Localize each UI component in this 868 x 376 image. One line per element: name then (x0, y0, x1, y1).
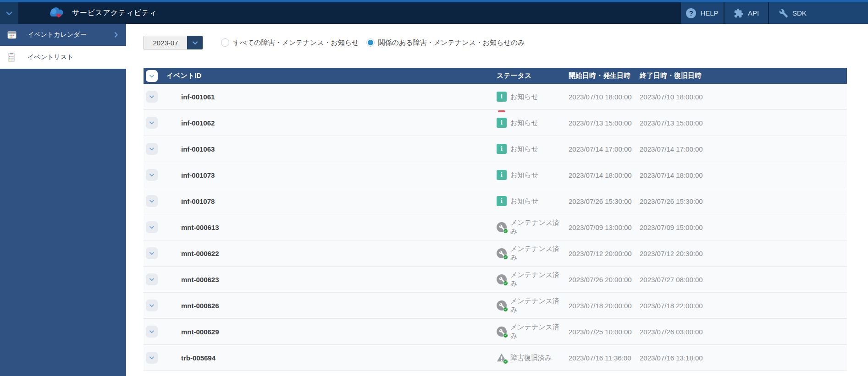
end-datetime: 2023/07/16 13:18:00 (635, 354, 847, 362)
column-header-end: 終了日時・復旧日時 (635, 71, 847, 80)
row-expand-button[interactable] (146, 117, 158, 129)
start-datetime: 2023/07/26 15:30:00 (564, 197, 635, 205)
status-cell: ✓障害復旧済み (492, 353, 564, 363)
status-label: メンテナンス済み (510, 297, 564, 314)
table-row: mnt-000622✓メンテナンス済み2023/07/12 20:00:0020… (144, 240, 847, 267)
row-expand-button[interactable] (146, 300, 158, 311)
status-label: 障害復旧済み (510, 354, 552, 362)
table-header: イベントID ステータス 開始日時・発生日時 終了日時・復旧日時 (144, 68, 847, 84)
service-logo-icon (48, 7, 65, 20)
radio-selected-icon (366, 38, 375, 47)
status-cell: iお知らせ (492, 118, 564, 128)
topnav: ? HELP API SDK (681, 2, 868, 24)
event-id: mnt-000613 (163, 223, 492, 231)
row-expand-button[interactable] (146, 326, 158, 338)
row-expand-button[interactable] (146, 221, 158, 233)
start-datetime: 2023/07/13 15:00:00 (564, 119, 635, 127)
end-datetime: 2023/07/18 22:00:00 (635, 302, 847, 310)
table-row: inf-001073iお知らせ2023/07/14 18:00:002023/0… (144, 162, 847, 188)
help-label: HELP (700, 9, 718, 17)
table-row: mnt-000626✓メンテナンス済み2023/07/18 20:00:0020… (144, 293, 847, 319)
event-id: trb-005694 (163, 354, 492, 362)
end-datetime: 2023/07/14 17:00:00 (635, 145, 847, 153)
row-expand-button[interactable] (146, 143, 158, 155)
event-id: inf-001063 (163, 145, 492, 153)
status-cell: ✓メンテナンス済み (492, 271, 564, 288)
maintenance-check-icon: ✓ (497, 248, 507, 258)
maintenance-check-icon: ✓ (497, 300, 507, 311)
sidebar-item-label: イベントカレンダー (28, 31, 87, 39)
month-select-dropdown-button[interactable] (187, 36, 203, 49)
filter-bar: 2023-07 すべての障害・メンテナンス・お知らせ関係のある障害・メンテナンス… (144, 36, 868, 49)
status-cell: iお知らせ (492, 92, 564, 102)
sidebar-item-event-calendar[interactable]: イベントカレンダー (0, 24, 126, 46)
event-id: inf-001078 (163, 197, 492, 205)
status-label: メンテナンス済み (510, 218, 564, 236)
month-select-value: 2023-07 (144, 36, 187, 49)
table-row: inf-001061iお知らせ2023/07/10 18:00:002023/0… (144, 84, 847, 110)
event-id: mnt-000629 (163, 328, 492, 336)
month-select[interactable]: 2023-07 (144, 36, 203, 49)
chevron-right-icon (112, 31, 120, 38)
info-icon: i (497, 92, 507, 102)
status-label: メンテナンス済み (510, 245, 564, 262)
row-expand-button[interactable] (146, 273, 158, 285)
sidebar-collapse-button[interactable] (0, 2, 18, 24)
new-indicator (498, 110, 505, 112)
row-expand-button[interactable] (146, 247, 158, 259)
scope-radio-1[interactable]: 関係のある障害・メンテナンス・お知らせのみ (366, 38, 525, 47)
sdk-button[interactable]: SDK (769, 2, 868, 24)
start-datetime: 2023/07/26 20:00:00 (564, 276, 635, 283)
status-cell: ✓メンテナンス済み (492, 245, 564, 262)
start-datetime: 2023/07/12 20:00:00 (564, 250, 635, 257)
event-id: mnt-000626 (163, 302, 492, 310)
scope-radio-0[interactable]: すべての障害・メンテナンス・お知らせ (221, 38, 359, 47)
table-row: inf-001063iお知らせ2023/07/14 17:00:002023/0… (144, 136, 847, 162)
status-label: メンテナンス済み (510, 271, 564, 288)
scope-radio-group: すべての障害・メンテナンス・お知らせ関係のある障害・メンテナンス・お知らせのみ (221, 38, 525, 47)
row-expand-button[interactable] (146, 169, 158, 181)
expand-all-button[interactable] (146, 70, 158, 82)
radio-unselected-icon (221, 38, 229, 47)
list-icon (7, 53, 17, 62)
start-datetime: 2023/07/16 11:36:00 (564, 354, 635, 362)
column-header-status: ステータス (492, 71, 564, 80)
row-expand-button[interactable] (146, 91, 158, 103)
status-label: お知らせ (510, 145, 538, 153)
status-cell: iお知らせ (492, 170, 564, 180)
status-cell: iお知らせ (492, 196, 564, 206)
sidebar-item-event-list[interactable]: イベントリスト (0, 46, 126, 69)
help-button[interactable]: ? HELP (681, 2, 724, 24)
start-datetime: 2023/07/14 17:00:00 (564, 145, 635, 153)
end-datetime: 2023/07/26 15:30:00 (635, 197, 847, 205)
puzzle-icon (734, 8, 744, 18)
status-cell: ✓メンテナンス済み (492, 297, 564, 314)
info-icon: i (497, 118, 507, 128)
row-expand-button[interactable] (146, 352, 158, 364)
maintenance-check-icon: ✓ (497, 222, 507, 232)
wrench-icon (779, 9, 788, 18)
event-id: mnt-000622 (163, 250, 492, 257)
info-icon: i (497, 170, 507, 180)
table-row: inf-001062iお知らせ2023/07/13 15:00:002023/0… (144, 110, 847, 136)
maintenance-check-icon: ✓ (497, 274, 507, 284)
info-icon: i (497, 196, 507, 206)
start-datetime: 2023/07/09 13:00:00 (564, 223, 635, 231)
end-datetime: 2023/07/14 18:00:00 (635, 171, 847, 179)
info-icon: i (497, 144, 507, 154)
row-expand-button[interactable] (146, 195, 158, 207)
status-label: お知らせ (510, 93, 538, 101)
start-datetime: 2023/07/25 10:00:00 (564, 328, 635, 336)
start-datetime: 2023/07/18 20:00:00 (564, 302, 635, 310)
radio-label: すべての障害・メンテナンス・お知らせ (233, 38, 359, 47)
table-body: inf-001061iお知らせ2023/07/10 18:00:002023/0… (144, 84, 847, 371)
end-datetime: 2023/07/13 15:00:00 (635, 119, 847, 127)
page-title: サービスアクティビティ (72, 8, 157, 18)
api-label: API (748, 9, 759, 17)
column-header-event-id: イベントID (163, 71, 492, 80)
api-button[interactable]: API (724, 2, 768, 24)
end-datetime: 2023/07/27 08:00:00 (635, 276, 847, 283)
brand: サービスアクティビティ (48, 2, 157, 24)
chevron-down-icon (5, 9, 13, 17)
chevron-down-icon (149, 73, 155, 79)
